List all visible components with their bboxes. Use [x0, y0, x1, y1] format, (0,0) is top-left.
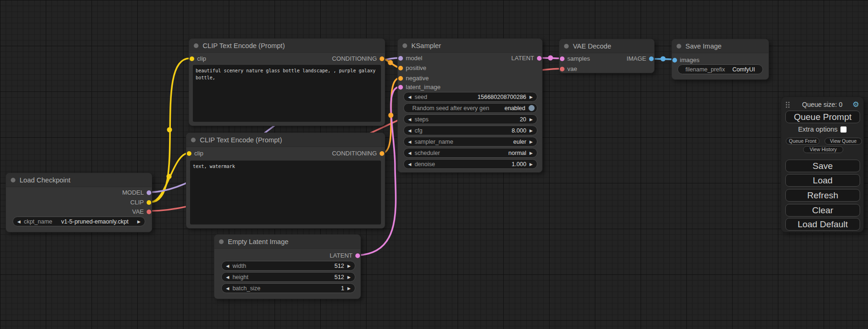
queue-front-button[interactable]: Queue Front [786, 138, 819, 145]
node-save-image[interactable]: Save Image images filename_prefix ComfyU… [671, 39, 769, 80]
node-clip-text-encode-2[interactable]: CLIP Text Encode (Prompt) clip CONDITION… [186, 133, 385, 229]
node-title-bar[interactable]: VAE Decode [559, 39, 654, 53]
random-seed-toggle[interactable]: Random seed after every gen enabled [403, 103, 537, 113]
input-label-negative: negative [406, 74, 429, 83]
steps-widget[interactable]: ◀ steps 20 ▶ [403, 114, 537, 124]
increment-arrow-icon[interactable]: ▶ [347, 264, 351, 268]
slot-row: vae [559, 65, 654, 73]
toggle-knob-icon[interactable] [529, 105, 535, 111]
input-slot-model[interactable] [398, 56, 403, 61]
node-empty-latent-image[interactable]: Empty Latent Image LATENT ◀ width 512 ▶ … [214, 234, 361, 299]
node-clip-text-encode-1[interactable]: CLIP Text Encode (Prompt) clip CONDITION… [189, 38, 385, 126]
input-slot-negative[interactable] [398, 76, 403, 81]
node-title-bar[interactable]: CLIP Text Encode (Prompt) [189, 39, 385, 53]
collapse-dot-icon[interactable] [11, 178, 15, 182]
output-slot-conditioning[interactable] [380, 151, 384, 156]
widget-label: Random seed after every gen [412, 105, 489, 112]
output-slot-model[interactable] [147, 190, 151, 195]
extra-options-label: Extra options [798, 126, 838, 133]
increment-arrow-icon[interactable]: ▶ [529, 140, 533, 144]
scheduler-widget[interactable]: ◀ scheduler normal ▶ [403, 148, 537, 158]
output-slot-image[interactable] [649, 56, 654, 61]
input-slot-clip[interactable] [187, 151, 191, 156]
decrement-arrow-icon[interactable]: ◀ [17, 219, 21, 224]
widget-value: ComfyUI [732, 66, 755, 73]
node-load-checkpoint[interactable]: Load Checkpoint MODEL CLIP VAE ◀ ckpt_na… [6, 173, 152, 232]
collapse-dot-icon[interactable] [219, 239, 224, 244]
comfyui-canvas[interactable]: { "colors": { "model": "#B39DDB", "clip"… [0, 0, 868, 329]
prompt-text-area[interactable]: text, watermark [190, 161, 381, 224]
save-button[interactable]: Save [785, 160, 860, 172]
input-slot-positive[interactable] [398, 66, 403, 70]
sampler-name-widget[interactable]: ◀ sampler_name euler ▶ [403, 137, 537, 147]
decrement-arrow-icon[interactable]: ◀ [226, 286, 229, 291]
output-slot-conditioning[interactable] [380, 56, 384, 61]
collapse-dot-icon[interactable] [677, 44, 681, 49]
node-title-bar[interactable]: Empty Latent Image [214, 235, 360, 249]
decrement-arrow-icon[interactable]: ◀ [408, 162, 411, 167]
decrement-arrow-icon[interactable]: ◀ [226, 275, 229, 280]
node-ksampler[interactable]: KSampler model LATENT positive negative … [397, 38, 543, 173]
batch-size-widget[interactable]: ◀ batch_size 1 ▶ [221, 283, 355, 293]
widget-value: 1.000 [512, 161, 526, 168]
node-title-bar[interactable]: Load Checkpoint [6, 173, 152, 187]
load-button[interactable]: Load [785, 174, 860, 187]
load-default-button[interactable]: Load Default [785, 218, 860, 231]
decrement-arrow-icon[interactable]: ◀ [408, 140, 411, 144]
increment-arrow-icon[interactable]: ▶ [529, 128, 533, 133]
refresh-button[interactable]: Refresh [785, 189, 860, 202]
increment-arrow-icon[interactable]: ▶ [529, 117, 533, 122]
decrement-arrow-icon[interactable]: ◀ [408, 95, 411, 99]
increment-arrow-icon[interactable]: ▶ [347, 275, 351, 280]
increment-arrow-icon[interactable]: ▶ [347, 286, 351, 291]
seed-widget[interactable]: ◀ seed 156680208700286 ▶ [403, 92, 537, 102]
increment-arrow-icon[interactable]: ▶ [529, 151, 533, 155]
output-slot-clip[interactable] [147, 200, 151, 205]
decrement-arrow-icon[interactable]: ◀ [408, 151, 411, 155]
input-slot-latent-image[interactable] [398, 85, 403, 90]
clear-button[interactable]: Clear [785, 204, 860, 217]
input-slot-vae[interactable] [560, 67, 565, 71]
node-title-bar[interactable]: CLIP Text Encode (Prompt) [186, 133, 385, 147]
cfg-widget[interactable]: ◀ cfg 8.000 ▶ [403, 126, 537, 135]
widget-value: 512 [334, 263, 344, 269]
increment-arrow-icon[interactable]: ▶ [137, 219, 141, 224]
input-slot-clip[interactable] [190, 56, 194, 61]
view-queue-button[interactable]: View Queue [825, 138, 862, 145]
increment-arrow-icon[interactable]: ▶ [529, 95, 533, 99]
node-vae-decode[interactable]: VAE Decode samples IMAGE vae [559, 39, 655, 73]
queue-menu-panel: Queue size: 0 ⚙ Queue Prompt Extra optio… [781, 97, 864, 232]
prompt-text-area[interactable]: beautiful scenery nature glass bottle la… [193, 65, 381, 122]
widget-label: seed [415, 94, 427, 100]
height-widget[interactable]: ◀ height 512 ▶ [221, 272, 355, 282]
queue-prompt-button[interactable]: Queue Prompt [785, 111, 860, 123]
node-title-bar[interactable]: Save Image [672, 39, 769, 53]
ckpt-name-widget[interactable]: ◀ ckpt_name v1-5-pruned-emaonly.ckpt ▶ [13, 217, 145, 226]
output-slot-latent[interactable] [537, 56, 542, 61]
output-slot-latent[interactable] [355, 253, 360, 258]
filename-prefix-widget[interactable]: filename_prefix ComfyUI [677, 64, 763, 74]
extra-options-checkbox[interactable] [840, 126, 847, 133]
output-slot-vae[interactable] [147, 210, 151, 214]
node-title-bar[interactable]: KSampler [398, 39, 542, 53]
decrement-arrow-icon[interactable]: ◀ [226, 264, 229, 268]
decrement-arrow-icon[interactable]: ◀ [408, 128, 411, 133]
widget-value: v1-5-pruned-emaonly.ckpt [61, 218, 128, 225]
view-history-button[interactable]: View History [803, 146, 843, 153]
collapse-dot-icon[interactable] [194, 43, 198, 48]
denoise-widget[interactable]: ◀ denoise 1.000 ▶ [403, 159, 537, 169]
collapse-dot-icon[interactable] [402, 43, 407, 48]
collapse-dot-icon[interactable] [191, 138, 196, 142]
slot-row: latent_image [398, 83, 542, 91]
width-widget[interactable]: ◀ width 512 ▶ [221, 261, 355, 271]
input-label-clip: clip [197, 55, 206, 63]
widget-value: enabled [505, 105, 526, 112]
settings-gear-icon[interactable]: ⚙ [853, 100, 859, 109]
increment-arrow-icon[interactable]: ▶ [529, 162, 533, 167]
input-slot-images[interactable] [672, 58, 677, 63]
input-slot-samples[interactable] [560, 56, 565, 61]
decrement-arrow-icon[interactable]: ◀ [408, 117, 411, 122]
widget-label: height [233, 274, 248, 280]
collapse-dot-icon[interactable] [564, 44, 569, 49]
slot-row: clip CONDITIONING [186, 149, 385, 158]
